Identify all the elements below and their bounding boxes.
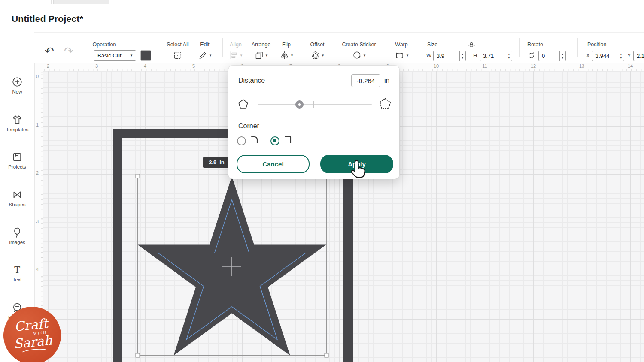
divider <box>159 38 159 57</box>
ruler-mark: 4 <box>144 63 146 69</box>
distance-unit: in <box>384 77 389 84</box>
chevron-down-icon: ▼ <box>130 54 136 57</box>
selection-handle-top-left[interactable] <box>136 174 140 178</box>
align-button[interactable]: ▾ <box>229 51 243 60</box>
rotate-value: 0 <box>539 51 559 61</box>
rotate-input[interactable]: 0 ▴▾ <box>538 51 566 61</box>
distance-value: -0.264 <box>357 77 375 84</box>
ruler-mark: 14 <box>628 63 633 69</box>
redo-icon: ↷ <box>64 45 73 57</box>
select-all-label: Select All <box>167 42 188 48</box>
position-x-input[interactable]: 3.944 ▴▾ <box>592 51 624 61</box>
color-swatch[interactable] <box>140 50 151 61</box>
redo-button[interactable]: ↷ <box>64 45 73 57</box>
distance-slider-track[interactable] <box>258 104 372 105</box>
svg-text:T: T <box>14 265 20 275</box>
height-value: 3.71 <box>480 51 506 61</box>
sidebar-item-new[interactable]: New <box>0 76 34 94</box>
sidebar-item-text[interactable]: T Text <box>0 264 34 282</box>
sidebar-item-label: Projects <box>8 164 26 169</box>
edit-label: Edit <box>200 42 210 48</box>
size-badge-value: 3.9 <box>209 159 216 166</box>
corner-round-radio[interactable] <box>237 136 246 145</box>
edit-button[interactable]: ▾ <box>198 51 212 60</box>
divider <box>419 38 419 57</box>
ruler-corner <box>34 62 43 71</box>
align-icon <box>229 51 239 60</box>
shapes-icon <box>12 189 23 200</box>
operation-label: Operation <box>93 42 116 48</box>
divider <box>333 38 333 57</box>
divider <box>389 38 389 57</box>
rotate-icon[interactable] <box>527 51 535 60</box>
ruler-mark: 2 <box>47 63 49 69</box>
ruler-mark: 3 <box>95 63 98 69</box>
ruler-mark: 5 <box>192 63 195 69</box>
sidebar-item-projects[interactable]: Projects <box>0 151 34 169</box>
plus-circle-icon <box>12 76 23 87</box>
height-input[interactable]: 3.71 ▴▾ <box>480 51 512 61</box>
shirt-icon <box>12 114 23 125</box>
browser-tab-2[interactable] <box>53 0 109 4</box>
distance-input[interactable]: -0.264 <box>351 74 380 87</box>
width-input[interactable]: 3.9 ▴▾ <box>433 51 466 61</box>
arrange-label: Arrange <box>252 42 270 48</box>
ruler-mark: 13 <box>579 63 584 69</box>
step-down-icon: ▾ <box>562 56 563 59</box>
position-y-input[interactable]: 2.1 <box>633 51 644 61</box>
sidebar-item-images[interactable]: Images <box>0 227 34 245</box>
cancel-button[interactable]: Cancel <box>237 155 310 173</box>
project-board-icon <box>12 151 23 163</box>
flip-label: Flip <box>282 42 291 48</box>
browser-tab-1[interactable] <box>0 0 52 4</box>
selection-handle-bottom-left[interactable] <box>136 353 140 357</box>
divider <box>305 38 305 57</box>
height-stepper[interactable]: ▴▾ <box>506 51 512 61</box>
pencil-icon <box>198 51 208 60</box>
sidebar-item-label: Images <box>9 240 25 245</box>
step-up-icon: ▴ <box>620 53 622 56</box>
small-offset-pentagon-icon <box>237 98 249 110</box>
distance-slider-handle[interactable] <box>295 100 304 109</box>
divider <box>577 38 578 57</box>
selection-handle-bottom-right[interactable] <box>325 353 328 357</box>
position-x-value: 3.944 <box>592 51 618 61</box>
select-all-button[interactable] <box>173 51 182 60</box>
ruler-mark: 0 <box>36 74 39 79</box>
ruler-mark: 12 <box>531 63 536 69</box>
position-x-stepper[interactable]: ▴▾ <box>618 51 624 61</box>
create-sticker-label: Create Sticker <box>342 42 376 48</box>
offset-button[interactable]: ▾ <box>311 51 324 60</box>
slider-zero-tick <box>313 101 314 108</box>
ruler-mark: 2 <box>36 170 39 175</box>
chevron-down-icon: ▾ <box>322 54 324 57</box>
sidebar-item-templates[interactable]: Templates <box>0 114 34 132</box>
cancel-button-label: Cancel <box>262 160 283 168</box>
undo-button[interactable]: ↶ <box>45 45 54 57</box>
offset-label: Offset <box>310 42 324 48</box>
step-down-icon: ▾ <box>508 56 510 59</box>
corner-square-radio[interactable] <box>270 136 279 145</box>
sidebar-item-shapes[interactable]: Shapes <box>0 189 34 207</box>
flip-button[interactable]: ▾ <box>280 51 293 60</box>
width-value: 3.9 <box>434 51 459 61</box>
sticker-icon <box>352 51 362 60</box>
position-y-value: 2.1 <box>634 51 644 61</box>
warp-icon <box>395 51 405 60</box>
warp-button[interactable]: ▾ <box>395 51 409 60</box>
rotate-stepper[interactable]: ▴▾ <box>559 51 565 61</box>
operation-dropdown[interactable]: Basic Cut ▼ <box>94 50 136 61</box>
align-label: Align <box>230 42 242 48</box>
lock-icon[interactable] <box>467 40 476 49</box>
width-stepper[interactable]: ▴▾ <box>459 51 465 61</box>
chevron-down-icon: ▾ <box>364 54 366 57</box>
arrange-layers-icon <box>255 51 264 60</box>
ruler-mark: 10 <box>434 63 439 69</box>
create-sticker-button[interactable]: ▾ <box>352 51 366 60</box>
sidebar-item-label: Shapes <box>9 202 25 207</box>
chevron-down-icon: ▾ <box>407 54 409 57</box>
arrange-button[interactable]: ▾ <box>255 51 268 60</box>
x-axis-label: X <box>586 52 590 59</box>
rounded-corner-icon <box>250 135 259 145</box>
warp-label: Warp <box>395 42 407 48</box>
